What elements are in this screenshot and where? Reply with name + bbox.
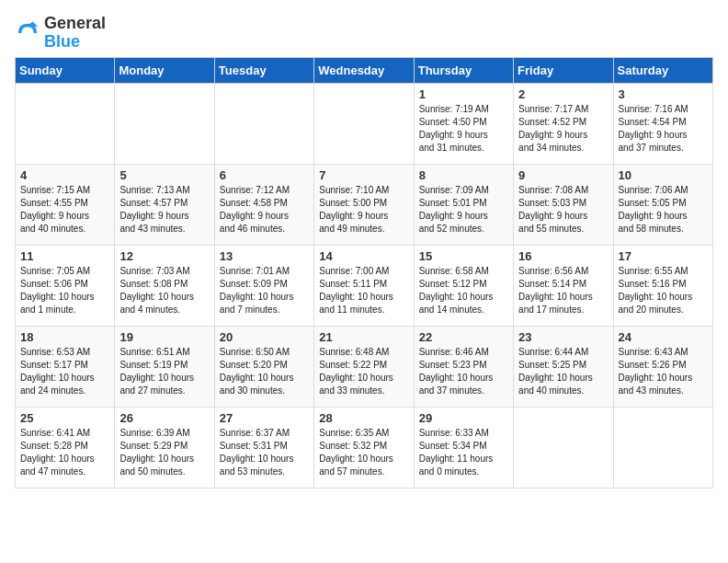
day-number: 7 <box>319 168 408 182</box>
day-number: 1 <box>419 87 508 101</box>
calendar-cell: 24Sunrise: 6:43 AMSunset: 5:26 PMDayligh… <box>613 326 712 407</box>
day-info: Sunrise: 7:08 AMSunset: 5:03 PMDaylight:… <box>518 184 608 236</box>
week-row-4: 18Sunrise: 6:53 AMSunset: 5:17 PMDayligh… <box>16 326 713 407</box>
day-info: Sunrise: 7:19 AMSunset: 4:50 PMDaylight:… <box>419 103 508 155</box>
day-info: Sunrise: 6:37 AMSunset: 5:31 PMDaylight:… <box>220 427 309 478</box>
calendar-cell <box>214 83 313 164</box>
logo-general: General <box>44 15 106 33</box>
day-info: Sunrise: 6:50 AMSunset: 5:20 PMDaylight:… <box>220 346 309 397</box>
day-info: Sunrise: 7:05 AMSunset: 5:06 PMDaylight:… <box>20 265 109 316</box>
weekday-header-tuesday: Tuesday <box>214 57 313 83</box>
calendar-cell: 26Sunrise: 6:39 AMSunset: 5:29 PMDayligh… <box>115 407 214 488</box>
calendar-table: SundayMondayTuesdayWednesdayThursdayFrid… <box>15 57 713 488</box>
day-number: 14 <box>319 249 408 263</box>
calendar-cell: 3Sunrise: 7:16 AMSunset: 4:54 PMDaylight… <box>613 83 712 164</box>
day-info: Sunrise: 7:03 AMSunset: 5:08 PMDaylight:… <box>119 265 209 316</box>
calendar-cell: 18Sunrise: 6:53 AMSunset: 5:17 PMDayligh… <box>16 326 115 407</box>
day-info: Sunrise: 7:06 AMSunset: 5:05 PMDaylight:… <box>619 184 708 236</box>
day-number: 23 <box>518 330 608 344</box>
calendar-cell: 2Sunrise: 7:17 AMSunset: 4:52 PMDaylight… <box>514 83 613 164</box>
day-info: Sunrise: 6:44 AMSunset: 5:25 PMDaylight:… <box>518 346 608 397</box>
day-number: 9 <box>518 168 608 182</box>
week-row-5: 25Sunrise: 6:41 AMSunset: 5:28 PMDayligh… <box>16 407 713 488</box>
day-info: Sunrise: 6:55 AMSunset: 5:16 PMDaylight:… <box>619 265 708 316</box>
calendar-cell: 14Sunrise: 7:00 AMSunset: 5:11 PMDayligh… <box>314 245 414 326</box>
calendar-cell: 9Sunrise: 7:08 AMSunset: 5:03 PMDaylight… <box>514 164 613 245</box>
calendar-cell: 21Sunrise: 6:48 AMSunset: 5:22 PMDayligh… <box>314 326 414 407</box>
calendar-cell: 7Sunrise: 7:10 AMSunset: 5:00 PMDaylight… <box>314 164 414 245</box>
calendar-cell: 22Sunrise: 6:46 AMSunset: 5:23 PMDayligh… <box>414 326 513 407</box>
weekday-header-saturday: Saturday <box>613 57 712 83</box>
calendar-cell: 27Sunrise: 6:37 AMSunset: 5:31 PMDayligh… <box>214 407 313 488</box>
day-number: 11 <box>20 249 109 263</box>
logo-blue: Blue <box>44 33 106 52</box>
day-info: Sunrise: 6:39 AMSunset: 5:29 PMDaylight:… <box>119 427 209 478</box>
day-number: 5 <box>119 168 209 182</box>
day-info: Sunrise: 7:13 AMSunset: 4:57 PMDaylight:… <box>119 184 209 236</box>
calendar-cell: 15Sunrise: 6:58 AMSunset: 5:12 PMDayligh… <box>414 245 513 326</box>
day-info: Sunrise: 6:46 AMSunset: 5:23 PMDaylight:… <box>419 346 508 397</box>
calendar-cell: 1Sunrise: 7:19 AMSunset: 4:50 PMDaylight… <box>414 83 513 164</box>
day-number: 22 <box>419 330 508 344</box>
calendar-cell: 12Sunrise: 7:03 AMSunset: 5:08 PMDayligh… <box>115 245 214 326</box>
week-row-1: 1Sunrise: 7:19 AMSunset: 4:50 PMDaylight… <box>16 83 713 164</box>
calendar-cell: 4Sunrise: 7:15 AMSunset: 4:55 PMDaylight… <box>16 164 115 245</box>
calendar-cell: 8Sunrise: 7:09 AMSunset: 5:01 PMDaylight… <box>414 164 513 245</box>
day-number: 29 <box>419 411 508 425</box>
day-number: 3 <box>619 87 708 101</box>
week-row-2: 4Sunrise: 7:15 AMSunset: 4:55 PMDaylight… <box>16 164 713 245</box>
day-number: 2 <box>518 87 608 101</box>
day-info: Sunrise: 6:56 AMSunset: 5:14 PMDaylight:… <box>518 265 608 316</box>
calendar-cell <box>514 407 613 488</box>
day-number: 8 <box>419 168 508 182</box>
calendar-cell: 20Sunrise: 6:50 AMSunset: 5:20 PMDayligh… <box>214 326 313 407</box>
day-info: Sunrise: 6:35 AMSunset: 5:32 PMDaylight:… <box>319 427 408 478</box>
calendar-cell: 11Sunrise: 7:05 AMSunset: 5:06 PMDayligh… <box>16 245 115 326</box>
day-number: 13 <box>220 249 309 263</box>
day-info: Sunrise: 7:10 AMSunset: 5:00 PMDaylight:… <box>319 184 408 236</box>
day-number: 4 <box>20 168 109 182</box>
day-number: 10 <box>619 168 708 182</box>
day-info: Sunrise: 7:16 AMSunset: 4:54 PMDaylight:… <box>619 103 708 155</box>
calendar-cell: 6Sunrise: 7:12 AMSunset: 4:58 PMDaylight… <box>214 164 313 245</box>
calendar-cell: 23Sunrise: 6:44 AMSunset: 5:25 PMDayligh… <box>514 326 613 407</box>
logo-icon <box>15 20 40 46</box>
calendar-cell: 29Sunrise: 6:33 AMSunset: 5:34 PMDayligh… <box>414 407 513 488</box>
day-info: Sunrise: 6:33 AMSunset: 5:34 PMDaylight:… <box>419 427 508 478</box>
day-info: Sunrise: 7:17 AMSunset: 4:52 PMDaylight:… <box>518 103 608 155</box>
calendar-cell <box>16 83 115 164</box>
day-info: Sunrise: 6:41 AMSunset: 5:28 PMDaylight:… <box>20 427 109 478</box>
day-number: 26 <box>119 411 209 425</box>
calendar-cell: 28Sunrise: 6:35 AMSunset: 5:32 PMDayligh… <box>314 407 414 488</box>
calendar-cell: 17Sunrise: 6:55 AMSunset: 5:16 PMDayligh… <box>613 245 712 326</box>
day-number: 17 <box>619 249 708 263</box>
day-info: Sunrise: 7:09 AMSunset: 5:01 PMDaylight:… <box>419 184 508 236</box>
calendar-cell <box>314 83 414 164</box>
day-info: Sunrise: 7:01 AMSunset: 5:09 PMDaylight:… <box>220 265 309 316</box>
day-info: Sunrise: 6:58 AMSunset: 5:12 PMDaylight:… <box>419 265 508 316</box>
day-info: Sunrise: 7:12 AMSunset: 4:58 PMDaylight:… <box>220 184 309 236</box>
header: General Blue <box>15 15 713 52</box>
weekday-header-thursday: Thursday <box>414 57 513 83</box>
weekday-header-monday: Monday <box>115 57 214 83</box>
day-number: 25 <box>20 411 109 425</box>
week-row-3: 11Sunrise: 7:05 AMSunset: 5:06 PMDayligh… <box>16 245 713 326</box>
calendar-cell <box>115 83 214 164</box>
day-number: 19 <box>119 330 209 344</box>
day-number: 21 <box>319 330 408 344</box>
calendar-cell: 25Sunrise: 6:41 AMSunset: 5:28 PMDayligh… <box>16 407 115 488</box>
weekday-header-row: SundayMondayTuesdayWednesdayThursdayFrid… <box>16 57 713 83</box>
day-number: 15 <box>419 249 508 263</box>
day-number: 24 <box>619 330 708 344</box>
day-info: Sunrise: 7:15 AMSunset: 4:55 PMDaylight:… <box>20 184 109 236</box>
calendar-cell: 16Sunrise: 6:56 AMSunset: 5:14 PMDayligh… <box>514 245 613 326</box>
calendar-cell <box>613 407 712 488</box>
day-number: 27 <box>220 411 309 425</box>
calendar-cell: 10Sunrise: 7:06 AMSunset: 5:05 PMDayligh… <box>613 164 712 245</box>
day-number: 18 <box>20 330 109 344</box>
day-number: 16 <box>518 249 608 263</box>
day-number: 6 <box>220 168 309 182</box>
weekday-header-wednesday: Wednesday <box>314 57 414 83</box>
calendar-cell: 13Sunrise: 7:01 AMSunset: 5:09 PMDayligh… <box>214 245 313 326</box>
weekday-header-friday: Friday <box>514 57 613 83</box>
